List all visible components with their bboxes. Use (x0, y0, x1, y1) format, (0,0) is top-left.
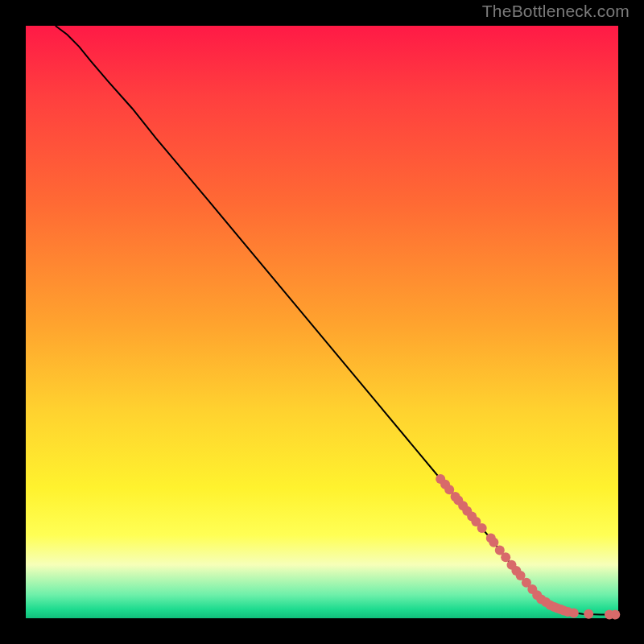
chart-frame: TheBottleneck.com (0, 0, 644, 644)
data-point (569, 608, 579, 617)
data-point (477, 523, 487, 533)
attribution-label: TheBottleneck.com (482, 2, 630, 21)
plot-area (26, 26, 618, 618)
data-point (610, 610, 620, 620)
data-point (584, 609, 593, 619)
data-points-group (436, 474, 620, 620)
chart-overlay (26, 26, 618, 618)
bottleneck-curve (56, 26, 618, 615)
data-point (489, 538, 498, 547)
data-point (501, 552, 510, 562)
